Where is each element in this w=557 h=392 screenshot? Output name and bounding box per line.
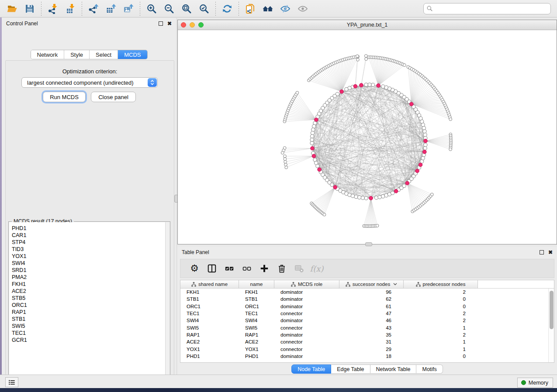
column-header-shared-name[interactable]: shared name: [180, 280, 239, 288]
leaf-node[interactable]: [296, 91, 299, 94]
mcds-result-item[interactable]: YOX1: [12, 253, 170, 260]
function-builder-button[interactable]: f(x): [309, 261, 325, 276]
export-image-button[interactable]: [120, 1, 137, 16]
column-header-name[interactable]: name: [239, 280, 274, 288]
mcds-hub-node[interactable]: [377, 84, 381, 88]
mcds-result-item[interactable]: GCR1: [12, 337, 170, 344]
mcds-hub-node[interactable]: [315, 118, 318, 122]
network-canvas[interactable]: [178, 30, 557, 244]
mcds-hub-node[interactable]: [424, 139, 428, 143]
mcds-result-scrollbar[interactable]: [165, 222, 170, 383]
table-row[interactable]: YOX1YOX1connector291: [180, 345, 554, 352]
table-row[interactable]: SWI4SWI4dominator462: [180, 317, 554, 324]
leaf-node[interactable]: [403, 64, 406, 67]
ring-node[interactable]: [423, 130, 426, 133]
ring-node[interactable]: [381, 85, 385, 88]
search-input[interactable]: [423, 3, 551, 14]
table-row[interactable]: TEC1TEC1connector472: [180, 310, 554, 317]
mcds-result-item[interactable]: TID3: [12, 246, 170, 253]
zoom-selected-button[interactable]: [195, 1, 213, 16]
leaf-node[interactable]: [356, 55, 359, 58]
show-all-button[interactable]: [294, 1, 311, 16]
deselect-all-button[interactable]: [239, 261, 255, 276]
leaf-node[interactable]: [284, 155, 287, 158]
delete-table-button[interactable]: [291, 261, 307, 276]
ring-node[interactable]: [384, 86, 388, 89]
ring-node[interactable]: [423, 133, 427, 136]
mcds-hub-node[interactable]: [360, 83, 363, 87]
table-scrollbar-thumb[interactable]: [550, 291, 554, 329]
tab-network[interactable]: Network: [31, 50, 64, 59]
tab-node-table[interactable]: Node Table: [291, 364, 331, 374]
mcds-hub-node[interactable]: [318, 168, 322, 172]
leaf-node[interactable]: [323, 213, 326, 216]
mcds-hub-node[interactable]: [353, 84, 357, 88]
tab-style[interactable]: Style: [64, 50, 90, 59]
leaf-node[interactable]: [365, 58, 368, 61]
mcds-result-item[interactable]: STP4: [12, 239, 170, 246]
ring-node[interactable]: [310, 134, 314, 138]
hide-selected-button[interactable]: [277, 1, 294, 16]
ring-node[interactable]: [391, 191, 394, 195]
ring-node[interactable]: [364, 196, 368, 200]
leaf-node[interactable]: [284, 160, 287, 163]
mcds-hub-node[interactable]: [369, 196, 373, 200]
tab-mcds[interactable]: MCDS: [118, 50, 147, 59]
leaf-node[interactable]: [376, 224, 379, 227]
mcds-hub-node[interactable]: [311, 147, 315, 151]
ring-node[interactable]: [310, 138, 314, 141]
leaf-node[interactable]: [449, 148, 452, 151]
table-row[interactable]: RAP1RAP1dominator352: [180, 331, 554, 338]
table-row[interactable]: ACE2ACE2connector311: [180, 338, 554, 345]
ring-node[interactable]: [371, 83, 375, 86]
mcds-result-item[interactable]: FKH1: [12, 281, 170, 288]
mcds-result-item[interactable]: SRD1: [12, 267, 170, 274]
table-row[interactable]: STB1STB1dominator620: [180, 296, 554, 303]
close-window-icon[interactable]: ✖: [167, 21, 172, 26]
ring-node[interactable]: [311, 128, 315, 131]
show-columns-button[interactable]: [204, 261, 220, 276]
mcds-result-item[interactable]: CAR1: [12, 232, 170, 239]
leaf-node[interactable]: [449, 118, 452, 121]
mcds-result-item[interactable]: TEC1: [12, 330, 170, 337]
ring-node[interactable]: [311, 131, 314, 135]
table-scrollbar[interactable]: [548, 289, 554, 363]
ring-node[interactable]: [402, 184, 406, 188]
leaf-node[interactable]: [430, 193, 433, 196]
column-header-successor-nodes[interactable]: successor nodes: [339, 280, 404, 288]
save-button[interactable]: [21, 1, 38, 16]
mcds-hub-node[interactable]: [415, 169, 419, 173]
mcds-hub-node[interactable]: [423, 150, 427, 154]
leaf-node[interactable]: [284, 163, 287, 166]
tab-network-table[interactable]: Network Table: [370, 364, 417, 374]
mcds-result-item[interactable]: STB5: [12, 295, 170, 302]
column-header-MCDS-role[interactable]: MCDS role: [274, 280, 339, 288]
leaf-node[interactable]: [356, 58, 360, 61]
zoom-fit-button[interactable]: [178, 1, 195, 16]
ring-node[interactable]: [374, 196, 378, 199]
mcds-result-item[interactable]: SWI5: [12, 323, 170, 330]
ring-node[interactable]: [422, 126, 426, 130]
ring-node[interactable]: [345, 87, 348, 91]
mcds-result-item[interactable]: STB1: [12, 316, 170, 323]
zoom-out-button[interactable]: [160, 1, 178, 16]
tab-motifs[interactable]: Motifs: [416, 364, 443, 374]
ring-node[interactable]: [361, 196, 364, 199]
ring-node[interactable]: [421, 156, 425, 160]
open-button[interactable]: [3, 1, 21, 16]
leaf-node[interactable]: [281, 151, 284, 155]
close-panel-button[interactable]: Close panel: [91, 92, 136, 102]
ring-node[interactable]: [423, 146, 427, 150]
ring-node[interactable]: [358, 196, 361, 199]
ring-node[interactable]: [378, 195, 381, 199]
memory-button[interactable]: Memory: [517, 378, 553, 388]
ring-node[interactable]: [354, 195, 358, 199]
table-row[interactable]: SWI5SWI5connector431: [180, 324, 554, 331]
select-all-button[interactable]: [221, 261, 237, 276]
table-row[interactable]: PHD1PHD1dominator180: [180, 353, 554, 360]
mcds-hub-node[interactable]: [405, 181, 409, 185]
run-mcds-button[interactable]: Run MCDS: [43, 92, 86, 102]
mcds-hub-node[interactable]: [333, 186, 337, 189]
mcds-result-item[interactable]: PMA2: [12, 274, 170, 281]
first-neighbors-button[interactable]: [259, 1, 277, 16]
